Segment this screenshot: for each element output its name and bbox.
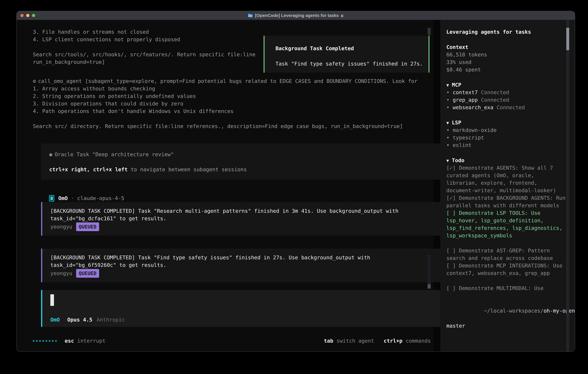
mcp-heading[interactable]: ▼MCP bbox=[446, 81, 567, 89]
sidebar-scrollbar-thumb[interactable] bbox=[566, 28, 569, 50]
zoom-button[interactable] bbox=[32, 14, 35, 17]
esc-key-hint: esc bbox=[65, 337, 74, 345]
traffic-lights bbox=[21, 11, 35, 20]
main-scrollbar-thumb-bottom[interactable] bbox=[428, 284, 431, 289]
task-status-badge: QUEUED bbox=[76, 222, 99, 231]
mcp-section: ▼MCP •context7Connected •grep_appConnect… bbox=[446, 81, 567, 111]
task-meta: yeongyu QUEUED bbox=[50, 269, 441, 278]
hint-keys: ctrl+x right, ctrl+x left bbox=[49, 166, 128, 172]
lsp-list: •markdown-oxide •typescript •eslint bbox=[446, 126, 567, 149]
terminal-line bbox=[33, 115, 434, 123]
agent-header: OmO · claude-opus-4-5 bbox=[49, 195, 434, 202]
spinner-dot bbox=[39, 340, 41, 342]
tool-call-block: ⚙call_omo_agent [subagent_type=explore, … bbox=[33, 77, 434, 130]
background-task-notification[interactable]: Background Task Completed Task "Find typ… bbox=[264, 36, 430, 73]
input-agent-row: OmO Opus 4.5 Anthropic bbox=[50, 316, 447, 323]
mcp-server-name: context7 bbox=[453, 89, 478, 95]
prompt-input[interactable]: OmO Opus 4.5 Anthropic bbox=[41, 290, 447, 327]
todo-item: [ ] Demonstrate LSP TOOLS: Use lsp_hover… bbox=[446, 209, 567, 239]
todo-text: Demonstrate MULTIMODAL: Use bbox=[459, 285, 544, 291]
mcp-server-status: Connected bbox=[481, 97, 509, 103]
task-message-line1: [BACKGROUND TASK COMPLETED] Task "Resear… bbox=[50, 207, 441, 215]
todo-text: Demonstrate AGENTS: Show all 7 curated a… bbox=[446, 165, 556, 193]
gear-icon: ⚙ bbox=[33, 78, 36, 84]
oracle-navigation-hint: ctrl+x right, ctrl+x left to navigate be… bbox=[49, 166, 443, 173]
todo-heading[interactable]: ▼Todo bbox=[446, 157, 567, 164]
status-dot-icon: • bbox=[446, 142, 450, 148]
sidebar-scrollbar-track[interactable] bbox=[566, 20, 569, 352]
workspace-path-prefix: ~/local-workspaces/ bbox=[484, 308, 544, 314]
todo-item: [ ] Demonstrate MCP INTEGRATIONS: Use co… bbox=[446, 262, 567, 277]
workspace-path-project: oh-my-opencode: bbox=[544, 308, 575, 314]
background-task-card[interactable]: [BACKGROUND TASK COMPLETED] Task "Resear… bbox=[41, 202, 441, 236]
text-cursor bbox=[50, 294, 54, 306]
task-message-line2: task_id="bg_dcfac161" to get results. bbox=[50, 215, 441, 222]
minimize-button[interactable] bbox=[26, 14, 29, 17]
background-task-card[interactable]: [BACKGROUND TASK COMPLETED] Task "Find t… bbox=[41, 249, 441, 282]
todo-heading-label: Todo bbox=[452, 157, 464, 163]
spinner-dot bbox=[55, 340, 57, 342]
context-stats: 66,518 tokens33% used$0.46 spent bbox=[446, 51, 567, 73]
todo-checkbox: [✓] bbox=[446, 165, 459, 171]
tab-hint-group: tab switch agent bbox=[324, 337, 374, 345]
todo-text: Demonstrate LSP TOOLS: Use lsp_hover, ls… bbox=[446, 210, 569, 239]
folder-icon bbox=[248, 13, 253, 18]
ctrlp-key-hint: ctrl+p bbox=[384, 337, 402, 345]
todo-item: [✓] Demonstrate AGENTS: Show all 7 curat… bbox=[446, 164, 567, 194]
lsp-heading[interactable]: ▼LSP bbox=[446, 119, 567, 126]
context-heading: Context bbox=[446, 43, 567, 51]
main-scrollbar-track[interactable] bbox=[428, 255, 431, 289]
status-dot-icon: • bbox=[446, 135, 450, 141]
task-user: yeongyu bbox=[50, 270, 72, 277]
oracle-task-title-line: ◉Oracle Task "Deep architecture review" bbox=[49, 151, 443, 158]
status-dot-icon: • bbox=[446, 89, 450, 95]
git-branch: master bbox=[446, 322, 567, 330]
opencode-window: [OpenCode] Leveraging agents for tasks ◐… bbox=[16, 11, 575, 352]
input-agent-name: OmO bbox=[50, 316, 60, 323]
spinner-dot bbox=[49, 340, 50, 342]
spinner-dot bbox=[46, 340, 47, 342]
context-stat-line: 66,518 tokens bbox=[446, 51, 567, 58]
window-title: [OpenCode] Leveraging agents for tasks bbox=[255, 13, 339, 18]
terminal-line: 4. Path operations that don't handle Win… bbox=[33, 107, 434, 115]
task-meta: yeongyu QUEUED bbox=[50, 222, 441, 231]
background-task-list: [BACKGROUND TASK COMPLETED] Task "Resear… bbox=[33, 202, 434, 282]
context-stat-line: $0.46 spent bbox=[446, 66, 567, 73]
lsp-server-name: typescript bbox=[453, 135, 484, 141]
todo-checkbox: [ ] bbox=[446, 263, 459, 269]
mcp-list: •context7Connected •grep_appConnected •w… bbox=[446, 89, 567, 111]
mcp-server-name: grep_app bbox=[453, 97, 478, 103]
status-bar: esc interrupt tab switch agent ctrl+p co… bbox=[33, 337, 431, 345]
todo-checkbox: [✓] bbox=[446, 195, 459, 201]
spinner-dot bbox=[33, 340, 34, 342]
task-status-badge: QUEUED bbox=[76, 269, 99, 278]
todo-item: [ ] Demonstrate MULTIMODAL: Use bbox=[446, 284, 567, 292]
hint-text: to navigate between subagent sessions bbox=[128, 166, 247, 172]
tool-call-header: ⚙call_omo_agent [subagent_type=explore, … bbox=[33, 77, 434, 85]
mcp-item: •websearch_exaConnected bbox=[446, 104, 567, 111]
esc-key-label: interrupt bbox=[77, 337, 105, 345]
lsp-item: •typescript bbox=[446, 134, 567, 141]
agent-name: OmO bbox=[58, 195, 68, 202]
terminal-line: 3. Division operations that could divide… bbox=[33, 100, 434, 107]
session-title: Leveraging agents for tasks bbox=[446, 28, 567, 36]
tool-call-body: 1. Array access without bounds checking2… bbox=[33, 85, 434, 130]
oracle-task-title: Oracle Task "Deep architecture review" bbox=[55, 151, 174, 157]
close-button[interactable] bbox=[21, 14, 24, 17]
main-scrollbar-thumb-top[interactable] bbox=[428, 28, 431, 35]
tab-key-label: switch agent bbox=[336, 337, 374, 345]
terminal-line: 3. File handles or streams not closed bbox=[33, 28, 434, 36]
mcp-server-name: websearch_exa bbox=[453, 104, 494, 110]
todo-text: Demonstrate BACKGROUND AGENTS: Run paral… bbox=[446, 195, 569, 208]
status-right: tab switch agent ctrl+p commands bbox=[314, 337, 431, 345]
commands-hint-group: ctrl+p commands bbox=[384, 337, 431, 345]
tab-key-hint: tab bbox=[324, 337, 333, 345]
titlebar: [OpenCode] Leveraging agents for tasks ◐ bbox=[17, 11, 575, 20]
terminal-main: 3. File handles or streams not closed4. … bbox=[17, 20, 434, 352]
todo-checkbox: [ ] bbox=[446, 210, 459, 216]
oracle-task-card[interactable]: ◉Oracle Task "Deep architecture review" … bbox=[41, 144, 443, 180]
context-stat-line: 33% used bbox=[446, 58, 567, 66]
todo-item: [✓] Demonstrate BACKGROUND AGENTS: Run p… bbox=[446, 194, 567, 209]
window-content: 3. File handles or streams not closed4. … bbox=[17, 20, 575, 352]
omo-agent-icon bbox=[49, 195, 54, 201]
